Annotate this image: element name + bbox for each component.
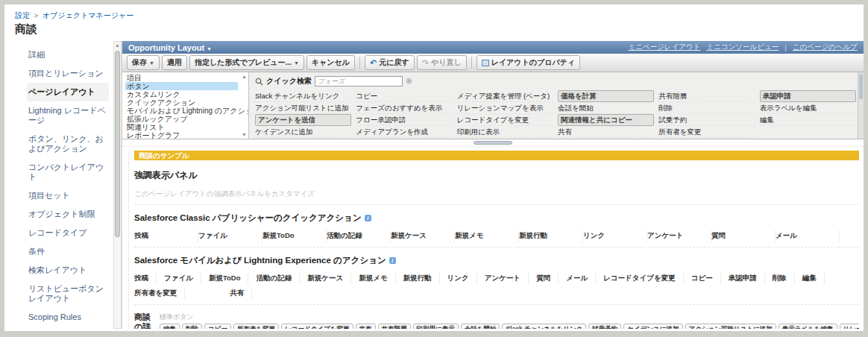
- detail-button[interactable]: 会話を開始: [461, 324, 500, 329]
- sidebar-item[interactable]: ボタン、リンク、およびアクション: [27, 130, 109, 158]
- palette-category[interactable]: クイックアクション: [125, 98, 238, 107]
- sidebar-item[interactable]: 条件: [27, 242, 109, 261]
- palette-item[interactable]: アクション可能リストに追加: [255, 102, 351, 114]
- quick-action-chip[interactable]: 所有者を変更: [134, 288, 185, 299]
- sidebar-item[interactable]: Lightning レコードページ: [27, 101, 109, 130]
- quick-action-chip[interactable]: 新規メモ: [455, 230, 519, 242]
- quick-action-chip[interactable]: コピー: [691, 273, 721, 284]
- scrollbar-thumb[interactable]: [115, 51, 120, 237]
- quick-action-chip[interactable]: 共有: [230, 288, 252, 299]
- quick-action-chip[interactable]: リンク: [583, 230, 647, 242]
- detail-button[interactable]: 試乗予約: [588, 324, 621, 329]
- info-icon[interactable]: i: [365, 215, 371, 221]
- scrollbar-thumb[interactable]: [859, 74, 863, 99]
- mini-console-view-link[interactable]: ミニコンソールビュー: [706, 42, 779, 52]
- scroll-down-icon[interactable]: ▼: [242, 132, 247, 137]
- sidebar-item[interactable]: Scoping Rules: [27, 308, 109, 327]
- palette-category[interactable]: ボタン: [125, 82, 238, 90]
- palette-item[interactable]: フェーズのおすすめを表示: [356, 102, 452, 114]
- quick-action-chip[interactable]: リンク: [447, 273, 477, 284]
- detail-button[interactable]: 表示ラベルを編集: [779, 324, 837, 329]
- help-link[interactable]: このページのヘルプ: [793, 42, 858, 52]
- clear-search-icon[interactable]: ⊗: [406, 78, 412, 85]
- palette-item[interactable]: 承認申請: [760, 90, 856, 102]
- sidebar-item[interactable]: オブジェクトアクセス: [27, 327, 109, 329]
- redo-button[interactable]: ↷やり直し: [417, 55, 467, 70]
- palette-item[interactable]: 共有: [558, 126, 654, 138]
- quick-action-chip[interactable]: 編集: [802, 273, 825, 284]
- palette-item[interactable]: 価格を計算: [558, 90, 654, 102]
- palette-item[interactable]: レコードタイプを変更: [457, 114, 553, 126]
- palette-category[interactable]: モバイルおよび Lightning のアクション: [125, 107, 238, 115]
- palette-item[interactable]: リレーションマップを表示: [457, 102, 553, 114]
- scroll-up-icon[interactable]: ▲: [114, 42, 121, 49]
- detail-button[interactable]: コピー: [204, 324, 231, 329]
- palette-category[interactable]: 拡張ルックアップ: [125, 115, 238, 123]
- quick-action-chip[interactable]: ファイル: [164, 273, 201, 284]
- sidebar-item[interactable]: ページレイアウト: [27, 83, 109, 101]
- detail-button[interactable]: 所有者を変更: [233, 324, 279, 329]
- quick-action-chip[interactable]: 承認申請: [729, 273, 765, 284]
- detail-button[interactable]: 削除: [182, 324, 202, 329]
- info-icon[interactable]: i: [389, 257, 396, 264]
- mini-page-layout-link[interactable]: ミニページレイアウト: [628, 42, 700, 52]
- palette-item[interactable]: コピー: [356, 90, 452, 102]
- quick-action-chip[interactable]: 活動の記録: [256, 273, 300, 284]
- palette-item[interactable]: 会話を開始: [558, 102, 654, 114]
- quick-action-chip[interactable]: 新規メモ: [359, 273, 395, 284]
- quick-action-chip[interactable]: アンケート: [647, 230, 711, 242]
- undo-button[interactable]: ↶元に戻す: [365, 55, 415, 70]
- sidebar-item[interactable]: 項目とリレーション: [27, 64, 109, 83]
- quick-action-chip[interactable]: 活動の記録: [327, 230, 391, 242]
- sidebar-item[interactable]: リストビューボタンレイアウト: [27, 280, 109, 308]
- preview-as-button[interactable]: 指定した形式でプレビュー...▼: [189, 55, 304, 70]
- quick-action-chip[interactable]: メール: [566, 273, 596, 284]
- quick-action-chip[interactable]: レコードタイプを変更: [603, 273, 684, 284]
- quick-action-chip[interactable]: ファイル: [198, 230, 262, 242]
- quick-action-chip[interactable]: 新規ケース: [307, 273, 351, 284]
- palette-category[interactable]: カスタムリンク: [125, 90, 238, 98]
- breadcrumb-object-manager-link[interactable]: オブジェクトマネージャー: [43, 11, 133, 19]
- quick-action-chip[interactable]: 投稿: [134, 230, 198, 242]
- sidebar-item[interactable]: オブジェクト制限: [27, 205, 109, 224]
- quick-action-chip[interactable]: 質問: [536, 273, 559, 284]
- sidebar-item[interactable]: 詳細: [27, 45, 109, 64]
- detail-button[interactable]: レコードタイプを変更: [281, 324, 353, 329]
- detail-button[interactable]: ケイデンスに追加: [623, 324, 682, 329]
- sidebar-item[interactable]: 項目セット: [27, 186, 109, 205]
- palette-item[interactable]: 印刷用に表示: [457, 126, 553, 138]
- sidebar-item[interactable]: 検索レイアウト: [27, 261, 109, 280]
- cancel-button[interactable]: キャンセル: [306, 55, 355, 70]
- layout-title-menu[interactable]: Opportunity Layout▼: [128, 43, 212, 52]
- quick-action-chip[interactable]: 質問: [711, 230, 776, 242]
- highlights-panel-hint[interactable]: このページレイアウトの強調表示パネルをカスタマイズ: [134, 189, 859, 205]
- palette-item[interactable]: 削除: [658, 102, 755, 114]
- palette-category[interactable]: 関連リスト: [125, 123, 238, 131]
- quick-action-chip[interactable]: メール: [776, 230, 840, 242]
- palette-item[interactable]: 試乗予約: [658, 114, 755, 126]
- detail-button[interactable]: 共有階層: [378, 324, 411, 329]
- palette-item[interactable]: 関連情報と共にコピー: [558, 114, 654, 126]
- quick-action-chip[interactable]: 新規ToDo: [209, 273, 249, 284]
- quick-action-chip[interactable]: 削除: [773, 273, 795, 284]
- detail-button[interactable]: 印刷用に表示: [413, 324, 459, 329]
- palette-item[interactable]: 所有者を変更: [658, 126, 755, 138]
- detail-button[interactable]: 編集: [160, 324, 180, 329]
- detail-button[interactable]: Slack チャンネルをリンク: [502, 324, 586, 329]
- breadcrumb-setup-link[interactable]: 設定: [15, 11, 30, 19]
- quick-find-input[interactable]: [315, 76, 403, 86]
- quick-action-chip[interactable]: 新規行動: [403, 273, 440, 284]
- detail-button[interactable]: リレーションマップを表示: [840, 324, 859, 329]
- quick-action-chip[interactable]: 投稿: [134, 273, 157, 284]
- palette-category[interactable]: レポートグラフ: [125, 131, 238, 139]
- palette-item[interactable]: 共有階層: [658, 90, 755, 102]
- palette-scrollbar[interactable]: [858, 72, 864, 139]
- quick-action-chip[interactable]: 新規ToDo: [262, 230, 327, 242]
- palette-item[interactable]: フロー承認申請: [356, 114, 452, 126]
- scroll-up-icon[interactable]: ▲: [242, 74, 247, 79]
- palette-item[interactable]: メディアプランを作成: [356, 126, 452, 138]
- quick-action-chip[interactable]: 新規行動: [519, 230, 583, 242]
- detail-button[interactable]: 共有: [356, 324, 376, 329]
- layout-properties-button[interactable]: レイアウトのプロパティ: [477, 55, 581, 70]
- apply-button[interactable]: 適用: [162, 55, 187, 70]
